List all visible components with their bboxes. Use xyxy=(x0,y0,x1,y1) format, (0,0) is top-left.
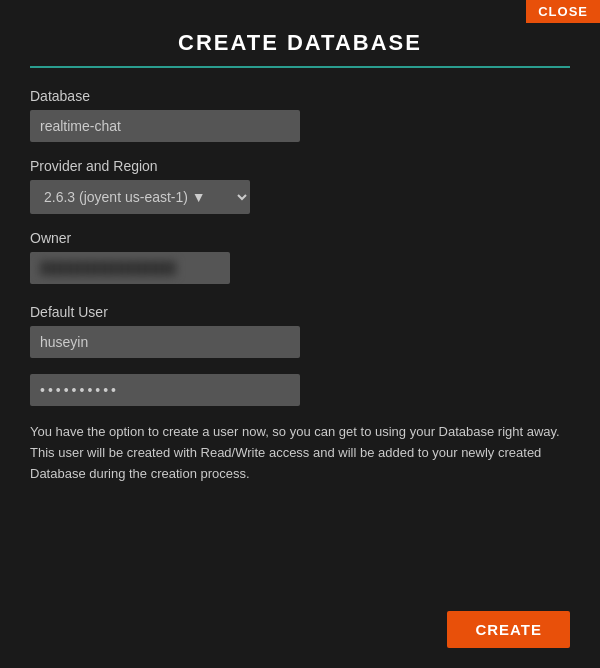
title-divider xyxy=(30,66,570,68)
password-field-group xyxy=(30,374,570,406)
main-container: CREATE DATABASE Database Provider and Re… xyxy=(0,0,600,534)
default-user-field-group: Default User xyxy=(30,304,570,358)
database-input[interactable] xyxy=(30,110,300,142)
owner-label: Owner xyxy=(30,230,570,246)
provider-select[interactable]: 2.6.3 (joyent us-east-1) ▼ 2.6.3 (joyent… xyxy=(30,180,250,214)
database-label: Database xyxy=(30,88,570,104)
create-button[interactable]: CREATE xyxy=(447,611,570,648)
page-title: CREATE DATABASE xyxy=(30,30,570,56)
footer: CREATE xyxy=(447,611,570,648)
info-text: You have the option to create a user now… xyxy=(30,422,570,484)
provider-field-group: Provider and Region 2.6.3 (joyent us-eas… xyxy=(30,158,570,214)
owner-field-group: Owner xyxy=(30,230,570,288)
username-input[interactable] xyxy=(30,326,300,358)
database-field-group: Database xyxy=(30,88,570,142)
owner-input[interactable] xyxy=(30,252,230,284)
close-button[interactable]: CLOSE xyxy=(526,0,600,23)
default-user-label: Default User xyxy=(30,304,570,320)
provider-label: Provider and Region xyxy=(30,158,570,174)
password-input[interactable] xyxy=(30,374,300,406)
